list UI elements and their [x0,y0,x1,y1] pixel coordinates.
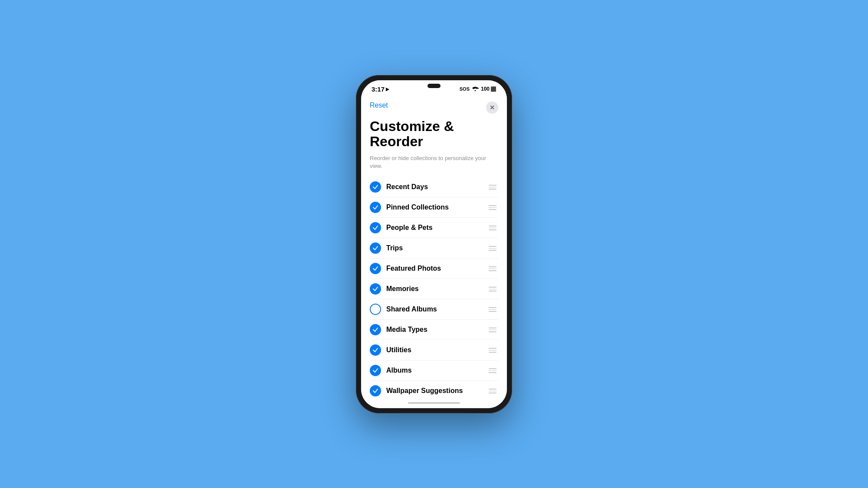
list-item[interactable]: Wallpaper Suggestions [370,381,498,398]
drag-handle-icon[interactable] [487,387,498,395]
close-button[interactable]: ✕ [486,102,498,114]
camera-pill [427,84,441,88]
item-label: Featured Photos [386,265,482,272]
list-item[interactable]: Media Types [370,320,498,340]
item-label: Albums [386,367,482,374]
reset-button[interactable]: Reset [370,102,388,109]
battery-icon: 100 ⬛ [481,86,496,92]
item-label: Pinned Collections [386,203,482,211]
list-item[interactable]: Memories [370,279,498,299]
phone-outer: 3:17 ▶ SOS 100 ⬛ [356,75,512,413]
list-item[interactable]: Recent Days [370,177,498,197]
drag-handle-icon[interactable] [487,244,498,252]
list-item[interactable]: People & Pets [370,218,498,238]
check-icon-filled[interactable] [370,202,381,213]
status-icons: SOS 100 ⬛ [460,86,496,92]
check-icon-filled[interactable] [370,222,381,233]
list-item[interactable]: Featured Photos [370,259,498,279]
drag-handle-icon[interactable] [487,285,498,293]
item-label: Utilities [386,346,482,354]
item-label: Media Types [386,326,482,334]
item-label: People & Pets [386,224,482,232]
check-icon-filled[interactable] [370,242,381,254]
battery-label: 100 [481,86,490,92]
items-list: Recent DaysPinned CollectionsPeople & Pe… [361,177,507,398]
location-icon: ▶ [386,87,389,92]
check-icon-filled[interactable] [370,385,381,396]
page-title: Customize &Reorder [370,119,498,149]
wifi-icon [472,86,479,92]
check-icon-filled[interactable] [370,263,381,274]
sos-label: SOS [460,86,470,92]
modal-header: Reset ✕ [361,95,507,117]
item-label: Shared Albums [386,305,482,313]
item-label: Memories [386,285,482,293]
phone-screen: 3:17 ▶ SOS 100 ⬛ [361,80,507,408]
item-label: Wallpaper Suggestions [386,387,482,395]
modal-subtitle: Reorder or hide collections to personali… [361,152,507,177]
check-icon-empty[interactable] [370,304,381,315]
list-item[interactable]: Pinned Collections [370,197,498,218]
drag-handle-icon[interactable] [487,265,498,273]
modal-title: Customize &Reorder [361,117,507,152]
list-item[interactable]: Albums [370,360,498,381]
check-icon-filled[interactable] [370,365,381,376]
status-time: 3:17 ▶ [372,85,389,93]
check-icon-filled[interactable] [370,324,381,335]
drag-handle-icon[interactable] [487,346,498,354]
check-icon-filled[interactable] [370,181,381,193]
modal-content: Reset ✕ Customize &Reorder Reorder or hi… [361,95,507,399]
check-icon-filled[interactable] [370,283,381,295]
drag-handle-icon[interactable] [487,326,498,334]
drag-handle-icon[interactable] [487,367,498,375]
home-indicator [361,399,507,408]
check-icon-filled[interactable] [370,344,381,356]
list-item[interactable]: Trips [370,238,498,259]
drag-handle-icon[interactable] [487,305,498,314]
list-item[interactable]: Shared Albums [370,299,498,320]
drag-handle-icon[interactable] [487,203,498,212]
drag-handle-icon[interactable] [487,183,498,191]
item-label: Recent Days [386,183,482,191]
drag-handle-icon[interactable] [487,224,498,232]
home-bar [408,402,460,404]
item-label: Trips [386,244,482,252]
list-item[interactable]: Utilities [370,340,498,360]
